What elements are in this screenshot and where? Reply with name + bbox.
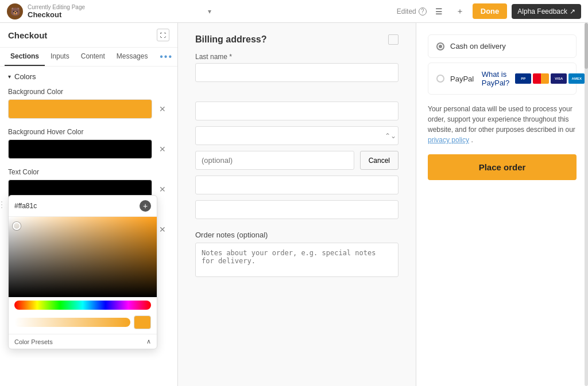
panel-tabs: Sections Inputs Content Messages •••: [0, 48, 177, 67]
amex-icon: AMEX: [568, 73, 585, 84]
paypal-link[interactable]: What is PayPal?: [482, 70, 509, 87]
tab-content[interactable]: Content: [75, 48, 111, 66]
cash-radio-button[interactable]: [436, 42, 444, 50]
billing-section-header: Billing address?: [195, 34, 399, 45]
panel-header: Checkout ⛶: [0, 23, 177, 48]
main-layout: Checkout ⛶ Sections Inputs Content Messa…: [0, 23, 588, 386]
color-presets-toggle[interactable]: Color Presets ∧: [9, 334, 157, 349]
scrollbar-track: [585, 23, 588, 386]
privacy-policy-link[interactable]: privacy policy: [428, 136, 469, 144]
list-icon[interactable]: ☰: [431, 3, 447, 20]
text-color-clear-button[interactable]: ✕: [156, 182, 169, 196]
payment-paypal-option[interactable]: PayPal What is PayPal? PP VISA AMEX: [428, 63, 577, 95]
tab-inputs[interactable]: Inputs: [45, 48, 75, 66]
logo-icon: 🐻: [7, 3, 23, 20]
place-order-button[interactable]: Place order: [428, 154, 577, 180]
hex-input-row: +: [9, 196, 157, 217]
payment-cash-option[interactable]: Cash on delivery: [428, 34, 577, 58]
panel-title: Checkout: [8, 30, 47, 40]
page-info: Currently Editing Page Checkout: [28, 4, 203, 19]
page-name: Checkout: [28, 10, 203, 19]
paypal-payment-label: PayPal: [450, 75, 476, 83]
cancel-button[interactable]: Cancel: [360, 151, 399, 170]
cash-payment-label: Cash on delivery: [450, 42, 506, 50]
color-gradient-canvas[interactable]: [9, 217, 157, 297]
last-name-input[interactable]: [195, 63, 399, 82]
row6: [195, 200, 399, 219]
text-hover-color-clear-button[interactable]: ✕: [156, 223, 169, 236]
last-name-field: Last name *: [195, 53, 399, 82]
add-color-button[interactable]: +: [140, 200, 151, 212]
alpha-feedback-button[interactable]: Alpha Feedback ↗: [512, 4, 581, 19]
paypal-logo-icon: PP: [515, 73, 531, 84]
edited-status: Edited ?: [397, 7, 427, 15]
background-hover-color-swatch-row: ✕: [8, 139, 169, 159]
expand-panel-button[interactable]: ⛶: [157, 29, 169, 41]
name-row: Last name *: [195, 53, 399, 82]
cancel-field: [195, 151, 354, 170]
row5: [195, 176, 399, 194]
hex-input[interactable]: [14, 202, 136, 210]
editing-label: Currently Editing Page: [28, 4, 203, 10]
background-color-label: Background Color: [8, 88, 169, 96]
billing-section-title: Billing address?: [195, 34, 266, 45]
page-chevron-icon[interactable]: ▾: [208, 7, 211, 15]
field5: [195, 176, 399, 194]
colors-chevron-icon: ▾: [8, 73, 11, 80]
info-icon[interactable]: ?: [419, 7, 427, 15]
address-field: [195, 88, 399, 120]
city-field: ⌃⌄: [195, 126, 399, 145]
scrollbar-thumb[interactable]: [585, 23, 588, 69]
address-input[interactable]: [195, 102, 399, 120]
background-color-swatch[interactable]: [8, 99, 152, 119]
right-panel: Cash on delivery PayPal What is PayPal? …: [416, 23, 588, 386]
final-color-swatch: [134, 315, 151, 329]
city-input[interactable]: [195, 126, 399, 145]
last-name-label: Last name *: [195, 53, 399, 61]
color-presets-label: Color Presets: [14, 338, 53, 345]
done-button[interactable]: Done: [473, 3, 508, 19]
top-bar: 🐻 Currently Editing Page Checkout ▾ Edit…: [0, 0, 588, 23]
hue-slider[interactable]: [14, 301, 151, 310]
color-cursor: [13, 222, 21, 230]
order-notes-section: Order notes (optional): [195, 231, 399, 279]
background-color-item: Background Color ✕: [0, 83, 177, 123]
external-link-icon: ↗: [570, 7, 575, 15]
section-checkbox[interactable]: [388, 34, 399, 45]
background-color-clear-button[interactable]: ✕: [156, 102, 169, 116]
add-icon[interactable]: ＋: [452, 3, 468, 20]
city-row: ⌃⌄: [195, 126, 399, 145]
resize-handle[interactable]: [0, 23, 3, 386]
order-notes-label: Order notes (optional): [195, 231, 399, 239]
background-hover-color-clear-button[interactable]: ✕: [156, 142, 169, 156]
paypal-card-icons: PP VISA AMEX: [515, 73, 585, 84]
colors-header[interactable]: ▾ Colors: [0, 70, 177, 83]
main-content: Billing address? Last name *: [178, 23, 416, 386]
background-hover-color-label: Background Hover Color: [8, 128, 169, 136]
mastercard-icon: [533, 73, 549, 84]
tab-more-button[interactable]: •••: [160, 52, 173, 62]
visa-icon: VISA: [551, 73, 567, 84]
tab-messages[interactable]: Messages: [111, 48, 154, 66]
color-presets-chevron-icon: ∧: [146, 338, 151, 345]
background-hover-color-swatch[interactable]: [8, 139, 152, 159]
opacity-slider[interactable]: [14, 318, 130, 327]
opacity-bar-row: [9, 313, 157, 334]
top-bar-actions: ☰ ＋ Done Alpha Feedback ↗: [431, 3, 581, 20]
colors-label: Colors: [14, 72, 36, 81]
left-panel: Checkout ⛶ Sections Inputs Content Messa…: [0, 23, 178, 386]
text-color-label: Text Color: [8, 168, 169, 176]
tab-sections[interactable]: Sections: [5, 48, 45, 66]
address-row: [195, 88, 399, 120]
input5[interactable]: [195, 176, 399, 194]
input6[interactable]: [195, 200, 399, 219]
background-color-swatch-row: ✕: [8, 99, 169, 119]
order-notes-textarea[interactable]: [195, 243, 399, 277]
field6: [195, 200, 399, 219]
optional-input[interactable]: [195, 151, 354, 170]
background-hover-color-item: Background Hover Color ✕: [0, 123, 177, 163]
cancel-row: Cancel: [195, 151, 399, 170]
privacy-text: Your personal data will be used to proce…: [428, 104, 577, 145]
paypal-radio-button[interactable]: [436, 75, 444, 83]
color-picker-popup: + Color Presets ∧: [8, 195, 157, 349]
